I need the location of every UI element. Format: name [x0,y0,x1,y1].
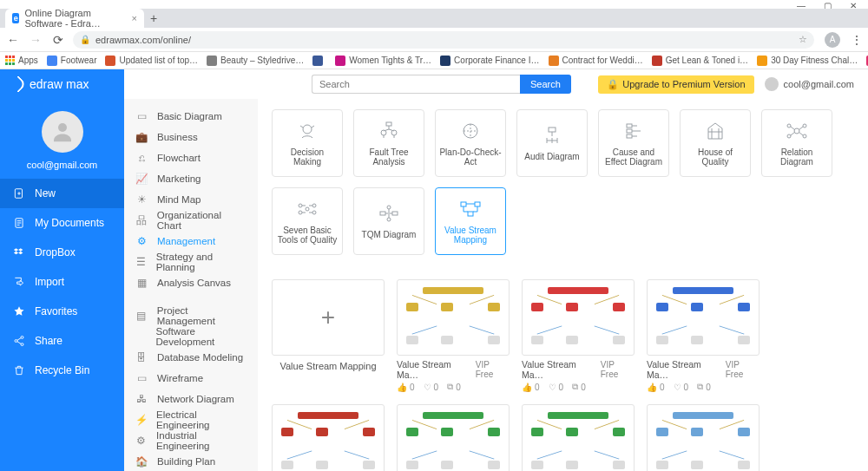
template-card[interactable] [397,404,510,471]
diagram-type-tile[interactable]: Audit Diagram [516,109,588,177]
template-title: Value Stream Ma… [397,359,476,380]
svg-point-6 [303,125,312,134]
sidebar-item-new[interactable]: New [0,179,124,208]
tile-icon [376,202,402,225]
svg-rect-13 [627,129,632,133]
sidebar-item-dropbox[interactable]: DropBox [0,238,124,267]
tile-icon [784,120,810,142]
thumbs-up-icon: 👍 [397,383,407,392]
category-item[interactable]: ⚙ Management [124,231,258,252]
browser-menu-button[interactable]: ⋮ [851,33,863,47]
sidebar-item-label: DropBox [35,246,76,258]
blank-template-card[interactable]: + Value Stream Mapping [272,279,385,392]
diagram-type-tile[interactable]: Fault Tree Analysis [353,109,424,177]
bookmark-item[interactable]: Footwear [47,56,97,66]
diagram-type-tile[interactable]: Seven Basic Tools of Quality [272,187,343,255]
category-label: Network Diagram [157,394,234,404]
sidebar-item-mydocs[interactable]: My Documents [0,208,124,238]
plus-icon: + [321,304,335,331]
bookmark-item[interactable]: 30 Day Fitness Chal… [757,56,858,66]
bookmark-item[interactable] [312,56,326,66]
template-card[interactable] [647,404,760,471]
diagram-type-tile[interactable]: Value Stream Mapping [435,187,506,255]
sidebar-item-recycle[interactable]: Recycle Bin [0,356,124,385]
diagram-type-tile[interactable]: House of Quality [680,109,751,177]
svg-rect-29 [461,202,466,206]
thumbs-up-icon: 👍 [522,383,532,392]
sidebar-profile[interactable]: cool@gmail.com [0,99,124,179]
app-logo[interactable]: edraw max [0,69,124,99]
category-icon [135,330,148,343]
category-item[interactable]: ☰ Strategy and Planning [124,252,258,272]
copies-stat: ⧉0 [447,382,461,392]
category-item[interactable]: ☀ Mind Map [124,189,258,210]
svg-point-19 [803,134,806,138]
template-card[interactable]: Value Stream Ma…VIP Free [272,404,385,471]
category-item[interactable]: ▦ Analysis Canvas [124,272,258,293]
category-item[interactable]: ▭ Basic Diagram [124,106,258,127]
apps-button[interactable]: Apps [5,56,38,65]
copy-icon: ⧉ [447,382,453,392]
category-item[interactable]: 🖧 Network Diagram [124,389,258,409]
bookmark-item[interactable]: Updated list of top… [105,56,198,66]
address-bar[interactable]: 🔒 edrawmax.com/online/ ☆ [73,31,814,49]
bookmark-item[interactable]: Beauty – Styledrive… [207,56,304,66]
app-header: edraw max Search 🔒 Upgrade to Premium Ve… [0,69,868,99]
category-label: Project Management [157,305,247,326]
new-tab-button[interactable]: + [144,9,163,28]
template-badge: VIP Free [601,360,635,379]
tile-icon [294,198,320,220]
diagram-type-tile[interactable]: Plan-Do-Check-Act [435,109,506,177]
sidebar-item-label: Share [35,335,62,347]
nav-forward-button[interactable]: → [28,33,43,47]
template-card[interactable] [522,404,635,471]
template-card[interactable]: Value Stream Ma…VIP Free 👍0 ♡0 ⧉0 [522,279,635,392]
template-card[interactable]: Value Stream Ma…VIP Free 👍0 ♡0 ⧉0 [397,279,510,392]
user-menu[interactable]: cool@gmail.com [765,77,854,91]
profile-email: cool@gmail.com [27,160,97,170]
diagram-type-tile[interactable]: Relation Diagram [761,109,832,177]
tab-close-icon[interactable]: × [132,13,137,23]
category-item[interactable]: Software Development [124,326,258,347]
category-item[interactable]: ▭ Wireframe [124,368,258,389]
sidebar-item-import[interactable]: Import [0,267,124,297]
heart-icon: ♡ [549,383,556,392]
nav-back-button[interactable]: ← [5,33,21,47]
category-icon: 🗄 [135,350,148,364]
edraw-logo-icon [10,75,27,93]
bookmark-star-icon[interactable]: ☆ [799,34,807,45]
sidebar-item-favorites[interactable]: Favorites [0,297,124,326]
category-item[interactable]: ▤ Project Management [124,305,258,326]
nav-reload-button[interactable]: ⟳ [50,33,66,47]
sidebar-item-share[interactable]: Share [0,326,124,356]
category-item[interactable]: ⚡ Electrical Engineering [124,409,258,430]
content-area: Decision Making Fault Tree Analysis Plan… [258,99,868,471]
browser-tab[interactable]: e Online Diagram Software - Edra… × [5,9,144,28]
category-item[interactable]: ⚙ Industrial Engineering [124,430,258,451]
category-item[interactable]: 📈 Marketing [124,168,258,189]
tab-favicon: e [12,13,19,23]
upgrade-button[interactable]: 🔒 Upgrade to Premium Version [598,75,753,94]
search-input[interactable] [312,75,520,94]
svg-point-15 [794,128,799,134]
template-card[interactable]: Value Stream Ma…VIP Free 👍0 ♡0 ⧉0 [647,279,760,392]
user-avatar-icon [765,77,779,91]
category-item[interactable]: 品 Organizational Chart [124,210,258,231]
search-button[interactable]: Search [520,75,571,94]
category-item[interactable]: 🗄 Database Modeling [124,347,258,368]
profile-avatar-button[interactable]: A [825,32,840,48]
category-item[interactable]: 🏠 Building Plan [124,451,258,471]
category-item[interactable]: ⎌ Flowchart [124,147,258,168]
category-icon: ▭ [135,371,148,385]
diagram-type-tile[interactable]: TQM Diagram [353,187,424,255]
diagram-type-tile[interactable]: Decision Making [272,109,343,177]
bookmark-item[interactable]: Corporate Finance I… [440,56,539,66]
svg-point-27 [387,206,391,209]
category-item[interactable]: 💼 Business [124,127,258,147]
bookmark-item[interactable]: Women Tights & Tr… [335,56,431,66]
bookmark-item[interactable]: Get Lean & Toned i… [652,56,748,66]
bookmark-item[interactable]: Contract for Weddi… [549,56,643,66]
diagram-type-tile[interactable]: Cause and Effect Diagram [598,109,669,177]
svg-point-16 [787,124,791,128]
tile-label: House of Quality [684,147,746,167]
